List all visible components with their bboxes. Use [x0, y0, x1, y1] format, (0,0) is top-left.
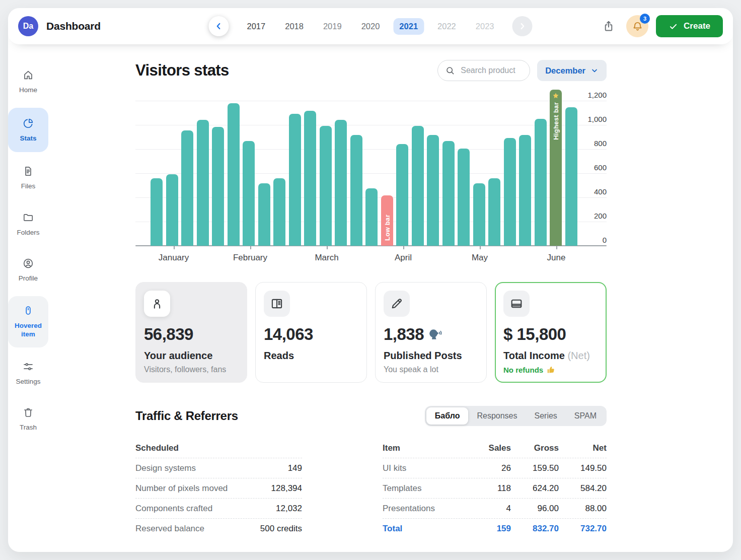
sidebar-item-label: Home: [19, 86, 37, 95]
year-2019[interactable]: 2019: [317, 18, 348, 35]
income-value: $ 15,800: [503, 325, 598, 344]
pencil-icon: [384, 291, 410, 317]
sidebar-item-home[interactable]: Home: [8, 61, 48, 102]
year-2017[interactable]: 2017: [241, 18, 271, 35]
bar-12[interactable]: [320, 126, 332, 246]
bar-18[interactable]: [412, 126, 424, 246]
bar-15[interactable]: [365, 188, 378, 246]
chevron-left-icon: [213, 21, 224, 32]
bar-22[interactable]: [473, 183, 485, 246]
year-2022[interactable]: 2022: [431, 18, 462, 35]
create-button-label: Create: [684, 21, 710, 31]
sales-table: Item Sales Gross Net UI kits26159.50149.…: [383, 438, 607, 539]
bar-14[interactable]: [350, 135, 362, 246]
visitors-header: Visitors stats December: [135, 59, 607, 82]
bar-4[interactable]: [197, 120, 209, 246]
sidebar-item-profile[interactable]: Profile: [8, 250, 48, 291]
sidebar-item-trash[interactable]: Trash: [8, 399, 48, 440]
traffic-title: Traffic & Referrers: [135, 409, 238, 423]
posts-card[interactable]: 1,838 Published Posts You speak a lot: [375, 282, 487, 383]
y-axis-label: 1,200: [587, 90, 607, 101]
sidebar-item-hovered-item[interactable]: Hovered item: [8, 296, 48, 347]
income-sublabel: No refunds: [503, 365, 598, 375]
x-tick: [403, 246, 404, 249]
book-icon: [264, 291, 290, 317]
reads-value: 14,063: [264, 325, 358, 344]
bar-9[interactable]: [273, 178, 285, 246]
mouse-icon: [22, 305, 34, 317]
sidebar-item-files[interactable]: Files: [8, 158, 48, 198]
month-label-march: March: [315, 253, 338, 263]
sidebar-item-label: Hovered item: [10, 321, 46, 339]
bar-8[interactable]: [258, 183, 270, 246]
table-row: Templates118624.20584.20: [383, 478, 607, 499]
tab--[interactable]: Бабло: [426, 407, 469, 425]
bar-27[interactable]: Highest bar: [550, 90, 562, 246]
prev-year-button[interactable]: [208, 16, 229, 36]
year-2020[interactable]: 2020: [355, 18, 386, 35]
bar-19[interactable]: [427, 135, 439, 246]
y-axis-label: 0: [603, 235, 607, 246]
bar-20[interactable]: [442, 141, 455, 246]
year-2021[interactable]: 2021: [393, 18, 424, 35]
bar-3[interactable]: [181, 130, 193, 246]
tab-spam[interactable]: SPAM: [566, 407, 605, 425]
sidebar-item-label: Stats: [20, 134, 36, 143]
y-axis-label: 400: [594, 186, 607, 197]
bar-24[interactable]: [504, 138, 516, 246]
tab-responses[interactable]: Responses: [468, 407, 526, 425]
income-label: Total Income (Net): [503, 350, 598, 362]
year-2023[interactable]: 2023: [470, 18, 500, 35]
person-icon: [144, 291, 170, 317]
sidebar-item-folders[interactable]: Folders: [8, 204, 48, 245]
visitors-controls: December: [437, 60, 607, 81]
bar-13[interactable]: [335, 120, 347, 246]
bar-7[interactable]: [243, 141, 255, 246]
section-title: Visitors stats: [135, 61, 229, 80]
stats-icon: [22, 117, 34, 129]
bar-25[interactable]: [519, 135, 531, 246]
search-icon: [445, 65, 455, 76]
audience-card[interactable]: 56,839 Your audience Visitors, followers…: [135, 282, 247, 383]
app-window: Da Dashboard 201720182019202020212022202…: [8, 8, 733, 552]
share-button[interactable]: [599, 16, 619, 36]
bar-6[interactable]: [228, 103, 240, 246]
next-year-button[interactable]: [512, 16, 533, 36]
bar-28[interactable]: [565, 107, 577, 246]
bar-1[interactable]: [151, 178, 163, 246]
bar-10[interactable]: [289, 114, 301, 246]
tab-series[interactable]: Series: [526, 407, 565, 425]
audience-value: 56,839: [144, 325, 239, 344]
bar-26[interactable]: [535, 119, 547, 246]
speaking-head-icon: [428, 327, 442, 341]
search-box[interactable]: [437, 60, 530, 81]
sales-total-row: Total 159 832.70 732.70: [383, 519, 607, 539]
app-logo: Da: [18, 16, 38, 36]
year-2018[interactable]: 2018: [279, 18, 310, 35]
search-input[interactable]: [460, 65, 523, 76]
x-tick: [250, 246, 251, 249]
x-tick: [327, 246, 328, 249]
bar-11[interactable]: [304, 111, 316, 246]
sidebar-item-stats[interactable]: Stats: [8, 108, 48, 153]
bar-16[interactable]: Low bar: [381, 195, 393, 246]
month-label-february: February: [233, 253, 267, 263]
month-dropdown[interactable]: December: [537, 60, 607, 81]
table-row: Design systems149: [135, 458, 302, 478]
income-card[interactable]: $ 15,800 Total Income (Net) No refunds: [495, 282, 607, 383]
posts-label: Published Posts: [384, 350, 478, 362]
bar-2[interactable]: [166, 174, 178, 246]
bar-23[interactable]: [488, 178, 500, 246]
files-icon: [22, 165, 34, 177]
create-button[interactable]: Create: [656, 15, 723, 37]
notifications-button[interactable]: 3: [626, 15, 648, 37]
traffic-tables: Scheduled Design systems149Number of pix…: [135, 438, 607, 539]
topbar-actions: 3 Create: [599, 15, 723, 37]
reads-card[interactable]: 14,063 Reads: [255, 282, 367, 383]
topbar: Da Dashboard 201720182019202020212022202…: [8, 8, 733, 44]
reads-label: Reads: [264, 350, 358, 362]
sidebar-item-settings[interactable]: Settings: [8, 353, 48, 394]
bar-5[interactable]: [212, 127, 224, 246]
bar-21[interactable]: [458, 149, 470, 246]
bar-17[interactable]: [396, 144, 408, 246]
